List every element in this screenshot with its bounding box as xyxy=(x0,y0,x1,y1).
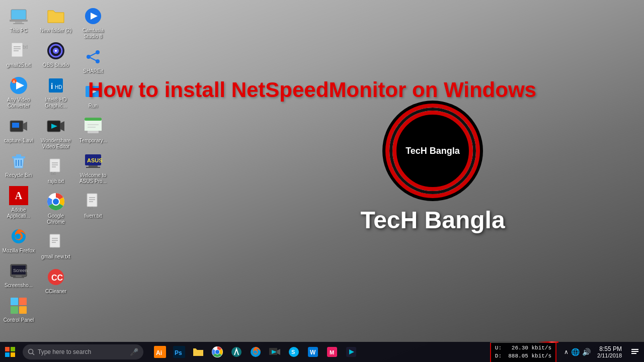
icon-rajib-txt[interactable]: txt rajib.txt xyxy=(38,154,73,187)
icon-mozilla-firefox-label: Mozilla Firefox xyxy=(3,248,35,254)
svg-rect-74 xyxy=(89,165,98,167)
icon-screenshots[interactable]: Screen... Screensho... xyxy=(1,258,36,291)
svg-line-86 xyxy=(33,353,35,355)
netspeed-bar xyxy=(490,341,558,343)
svg-rect-31 xyxy=(19,306,27,314)
icon-gmail25txt[interactable]: txt gmail25.txt xyxy=(1,38,36,71)
icon-capture-lavi[interactable]: capture-1.avi xyxy=(1,114,36,146)
svg-line-63 xyxy=(89,57,98,61)
icon-new-folder[interactable]: New folder (2) xyxy=(38,4,73,36)
svg-text:Screen...: Screen... xyxy=(13,268,28,273)
logo-circle: TecH Bangla xyxy=(392,111,473,191)
icon-wondershare[interactable]: Wondershare Video Editor xyxy=(38,114,73,152)
svg-rect-108 xyxy=(631,351,638,352)
desktop: This PC txt gmail25.txt xyxy=(0,0,644,342)
search-icon xyxy=(28,348,35,355)
svg-rect-67 xyxy=(85,118,102,121)
logo-name: TecH Bangla xyxy=(360,206,505,234)
svg-rect-29 xyxy=(19,298,27,305)
icon-intel-hd-label: Intel® HD Graphic... xyxy=(39,97,72,109)
icon-google-chrome-label: Google Chrome xyxy=(39,213,72,225)
chevron-up-icon[interactable]: ∧ xyxy=(564,348,569,355)
icon-temporary[interactable]: Temporary... xyxy=(75,114,111,146)
icon-capture-lavi-label: capture-1.avi xyxy=(4,138,33,144)
icon-intel-hd[interactable]: i HD Intel® HD Graphic... xyxy=(38,73,73,112)
taskbar-inkscape[interactable] xyxy=(227,343,246,361)
svg-rect-42 xyxy=(50,159,60,172)
netspeed-box: U: 26.30 kbit/s D: 888.05 kbit/s xyxy=(490,341,556,363)
icon-new-folder-label: New folder (2) xyxy=(40,28,72,34)
icon-control-panel-label: Control Panel xyxy=(4,317,34,323)
taskbar-apps: Ai Ps xyxy=(151,343,360,361)
svg-text:A: A xyxy=(13,79,16,84)
svg-rect-16 xyxy=(12,123,19,128)
icon-camtasia[interactable]: Camtasia Studio 8 xyxy=(75,4,111,42)
icon-camtasia-label: Camtasia Studio 8 xyxy=(76,28,110,40)
clock[interactable]: 8:55 PM 2/11/2018 xyxy=(593,345,626,358)
svg-rect-2 xyxy=(15,22,22,23)
icon-control-panel[interactable]: Control Panel xyxy=(1,293,36,326)
taskbar-unknown1[interactable]: W xyxy=(304,343,322,361)
svg-point-93 xyxy=(215,350,219,354)
icon-this-pc[interactable]: This PC xyxy=(1,4,36,36)
taskbar-chrome[interactable] xyxy=(208,343,226,361)
search-bar[interactable]: Type here to search 🎤 xyxy=(23,344,143,359)
taskbar-skype[interactable]: S xyxy=(285,343,303,361)
icon-temporary-label: Temporary... xyxy=(79,138,107,144)
svg-text:i: i xyxy=(51,82,53,90)
icon-welcome-asus[interactable]: ASUS Welcome to ASUS Pro... xyxy=(75,148,111,187)
taskbar-video-editor[interactable] xyxy=(266,343,284,361)
icon-any-video-converter[interactable]: A Any Video Converter xyxy=(1,73,36,112)
taskbar-photoshop[interactable]: Ps xyxy=(170,343,188,361)
svg-text:S: S xyxy=(291,349,295,355)
svg-marker-40 xyxy=(60,121,64,131)
svg-rect-27 xyxy=(13,277,24,278)
icon-any-video-converter-label: Any Video Converter xyxy=(2,97,35,109)
action-center-button[interactable] xyxy=(626,342,644,362)
icon-adobe-application-label: Adobe Applicati... xyxy=(2,207,35,219)
taskbar-firefox[interactable] xyxy=(247,343,265,361)
taskbar: Type here to search 🎤 Ai Ps xyxy=(0,342,644,362)
icon-mozilla-firefox[interactable]: Mozilla Firefox xyxy=(1,224,36,256)
clock-time: 8:55 PM xyxy=(597,345,622,352)
icon-ccleaner[interactable]: CC CCleaner xyxy=(38,264,73,297)
taskbar-explorer[interactable] xyxy=(189,343,207,361)
svg-rect-4 xyxy=(12,43,23,57)
svg-rect-82 xyxy=(11,347,15,351)
icon-run-label: Run xyxy=(89,103,98,109)
svg-rect-30 xyxy=(11,306,18,314)
icon-adobe-application[interactable]: A Adobe Applicati... xyxy=(1,183,36,222)
svg-rect-75 xyxy=(86,167,100,168)
taskbar-illustrator[interactable]: Ai xyxy=(151,343,169,361)
icon-fiverr-txt[interactable]: txt fiverr.txt xyxy=(75,189,111,222)
icon-obs-studio[interactable]: OBS Studio xyxy=(38,38,73,71)
svg-text:CC: CC xyxy=(51,274,63,282)
icon-google-chrome[interactable]: Google Chrome xyxy=(38,189,73,228)
svg-text:Ai: Ai xyxy=(156,349,162,356)
svg-rect-0 xyxy=(11,10,26,20)
svg-point-49 xyxy=(53,199,59,205)
taskbar-media[interactable] xyxy=(342,343,360,361)
icon-recycle-bin-label: Recycle Bin xyxy=(6,172,32,178)
svg-rect-18 xyxy=(16,154,21,157)
svg-marker-97 xyxy=(277,349,280,355)
svg-text:txt: txt xyxy=(51,246,56,251)
svg-rect-109 xyxy=(631,353,636,354)
svg-point-85 xyxy=(29,349,33,354)
svg-rect-83 xyxy=(5,352,10,357)
svg-marker-15 xyxy=(23,122,27,131)
svg-rect-3 xyxy=(13,23,24,24)
icon-wondershare-label: Wondershare Video Editor xyxy=(39,138,72,150)
svg-text:ASUS: ASUS xyxy=(87,157,103,163)
system-tray: U: 26.30 kbit/s D: 888.05 kbit/s ∧ 🌐 🔊 8… xyxy=(490,342,644,362)
icon-gmail-new-txt[interactable]: txt gmail new.txt xyxy=(38,230,73,262)
volume-icon[interactable]: 🔊 xyxy=(582,348,591,356)
start-button[interactable] xyxy=(0,342,20,362)
svg-rect-28 xyxy=(11,298,18,305)
icon-obs-studio-label: OBS Studio xyxy=(43,62,69,68)
network-icon: 🌐 xyxy=(571,348,580,356)
icon-recycle-bin[interactable]: Recycle Bin xyxy=(1,148,36,181)
icon-welcome-asus-label: Welcome to ASUS Pro... xyxy=(76,172,110,185)
taskbar-unknown2[interactable]: M xyxy=(323,343,341,361)
icon-shareit[interactable]: SHAREit xyxy=(75,44,111,77)
